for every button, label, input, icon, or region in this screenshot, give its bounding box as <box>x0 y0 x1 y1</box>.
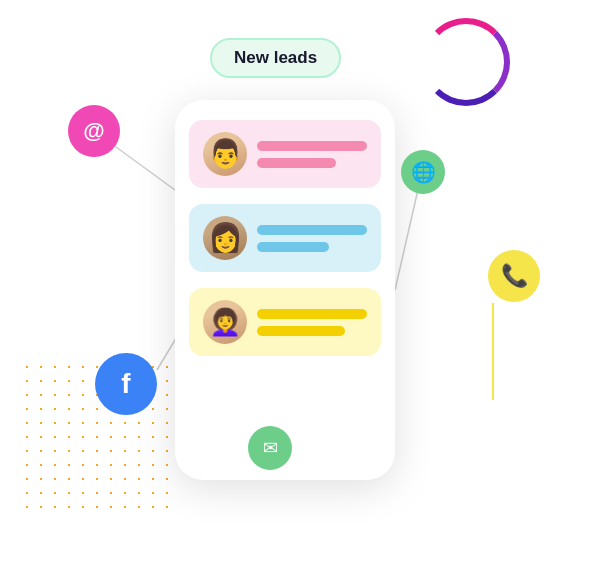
lead-card-yellow <box>189 288 381 356</box>
lead-card-blue <box>189 204 381 272</box>
card-line <box>257 141 367 151</box>
card-line <box>257 242 329 252</box>
avatar-2 <box>203 216 247 260</box>
globe-icon: 🌐 <box>401 150 445 194</box>
email-icon: ✉ <box>248 426 292 470</box>
card-lines-1 <box>257 141 367 168</box>
phone-mockup <box>175 100 395 480</box>
at-icon: @ <box>68 105 120 157</box>
new-leads-label: New leads <box>210 38 341 78</box>
card-line <box>257 158 336 168</box>
scene: New leads @ <box>0 0 600 580</box>
card-line <box>257 309 367 319</box>
facebook-icon: f <box>95 353 157 415</box>
avatar-1 <box>203 132 247 176</box>
card-line <box>257 225 367 235</box>
lead-card-pink <box>189 120 381 188</box>
card-line <box>257 326 345 336</box>
card-lines-3 <box>257 309 367 336</box>
card-lines-2 <box>257 225 367 252</box>
spinning-ring <box>422 18 510 106</box>
avatar-3 <box>203 300 247 344</box>
phone-icon: 📞 <box>488 250 540 302</box>
